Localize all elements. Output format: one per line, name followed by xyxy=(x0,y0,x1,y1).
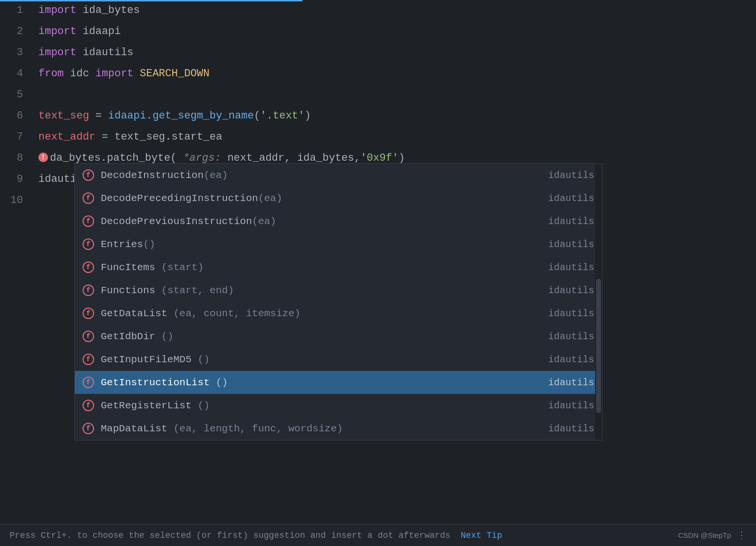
line-content-1: import ida_bytes xyxy=(33,0,756,21)
func-icon-7: f xyxy=(83,331,94,342)
item-module-6: idautils xyxy=(548,308,594,319)
func-icon-0: f xyxy=(83,169,94,181)
line-num-7: 7 xyxy=(0,127,33,148)
line-num-1: 1 xyxy=(0,0,33,21)
autocomplete-item-11[interactable]: f MapDataList (ea, length, func, wordsiz… xyxy=(75,417,602,440)
item-name-9: GetInstructionList () xyxy=(101,377,539,388)
item-module-4: idautils xyxy=(548,262,594,273)
status-hint-text: Press Ctrl+. to choose the selected (or … xyxy=(10,531,502,540)
line-num-2: 2 xyxy=(0,21,33,42)
item-name-4: FuncItems (start) xyxy=(101,262,539,273)
line-num-5: 5 xyxy=(0,84,33,106)
line-num-6: 6 xyxy=(0,106,33,127)
func-icon-5: f xyxy=(83,285,94,296)
line-num-3: 3 xyxy=(0,42,33,63)
line-content-7: next_addr = text_seg.start_ea xyxy=(33,127,756,148)
autocomplete-item-4[interactable]: f FuncItems (start) idautils xyxy=(75,256,602,279)
line-num-8: 8 xyxy=(0,148,33,169)
item-module-5: idautils xyxy=(548,285,594,296)
code-line-5: 5 xyxy=(0,84,756,106)
code-line-7: 7 next_addr = text_seg.start_ea xyxy=(0,127,756,148)
func-icon-8: f xyxy=(83,354,94,365)
item-name-10: GetRegisterList () xyxy=(101,400,539,411)
func-icon-2: f xyxy=(83,215,94,227)
func-icon-4: f xyxy=(83,261,94,273)
func-icon-1: f xyxy=(83,192,94,204)
item-name-3: Entries() xyxy=(101,239,539,250)
error-icon-line8: ! xyxy=(38,153,48,162)
autocomplete-item-5[interactable]: f Functions (start, end) idautils xyxy=(75,279,602,302)
item-name-11: MapDataList (ea, length, func, wordsize) xyxy=(101,423,539,434)
item-module-9: idautils xyxy=(548,377,594,388)
code-area: 1 import ida_bytes 2 import idaapi 3 imp… xyxy=(0,0,756,524)
line-content-2: import idaapi xyxy=(33,21,756,42)
line-num-10: 10 xyxy=(0,190,33,211)
autocomplete-item-9[interactable]: f GetInstructionList () idautils xyxy=(75,371,602,394)
autocomplete-item-1[interactable]: f DecodePrecedingInstruction(ea) idautil… xyxy=(75,187,602,210)
item-module-1: idautils xyxy=(548,193,594,204)
autocomplete-dropdown: f DecodeInstruction(ea) idautils f Decod… xyxy=(74,163,602,440)
editor-container: 1 import ida_bytes 2 import idaapi 3 imp… xyxy=(0,0,756,546)
code-line-6: 6 text_seg = idaapi.get_segm_by_name('.t… xyxy=(0,106,756,127)
code-line-2: 2 import idaapi xyxy=(0,21,756,42)
func-icon-3: f xyxy=(83,238,94,250)
csdn-badge: CSDN @StepTp xyxy=(678,531,731,539)
status-right: CSDN @StepTp ⋮ xyxy=(678,529,746,541)
autocomplete-item-10[interactable]: f GetRegisterList () idautils xyxy=(75,394,602,417)
line-num-9: 9 xyxy=(0,169,33,190)
item-name-8: GetInputFileMD5 () xyxy=(101,354,539,365)
item-name-5: Functions (start, end) xyxy=(101,285,539,296)
func-icon-11: f xyxy=(83,423,94,434)
item-name-0: DecodeInstruction(ea) xyxy=(101,170,539,181)
item-name-2: DecodePreviousInstruction(ea) xyxy=(101,216,539,227)
autocomplete-item-2[interactable]: f DecodePreviousInstruction(ea) idautils xyxy=(75,210,602,233)
autocomplete-item-0[interactable]: f DecodeInstruction(ea) idautils xyxy=(75,164,602,187)
item-module-8: idautils xyxy=(548,354,594,365)
line-content-4: from idc import SEARCH_DOWN xyxy=(33,63,756,84)
line-content-6: text_seg = idaapi.get_segm_by_name('.tex… xyxy=(33,106,756,127)
item-module-0: idautils xyxy=(548,170,594,181)
autocomplete-item-8[interactable]: f GetInputFileMD5 () idautils xyxy=(75,348,602,371)
item-module-10: idautils xyxy=(548,400,594,411)
func-icon-10: f xyxy=(83,400,94,411)
next-tip-button[interactable]: Next Tip xyxy=(461,531,502,540)
status-bar: Press Ctrl+. to choose the selected (or … xyxy=(0,524,756,546)
scrollbar-track xyxy=(595,164,602,440)
func-icon-9: f xyxy=(83,377,94,388)
autocomplete-item-7[interactable]: f GetIdbDir () idautils xyxy=(75,325,602,348)
item-module-3: idautils xyxy=(548,239,594,250)
line-content-3: import idautils xyxy=(33,42,756,63)
item-module-2: idautils xyxy=(548,216,594,227)
item-name-6: GetDataList (ea, count, itemsize) xyxy=(101,308,539,319)
dots-menu-icon[interactable]: ⋮ xyxy=(737,529,746,541)
autocomplete-item-3[interactable]: f Entries() idautils xyxy=(75,233,602,256)
item-module-7: idautils xyxy=(548,331,594,342)
item-name-1: DecodePrecedingInstruction(ea) xyxy=(101,193,539,204)
item-module-11: idautils xyxy=(548,423,594,434)
func-icon-6: f xyxy=(83,308,94,319)
code-line-1: 1 import ida_bytes xyxy=(0,0,756,21)
item-name-7: GetIdbDir () xyxy=(101,331,539,342)
code-line-4: 4 from idc import SEARCH_DOWN xyxy=(0,63,756,84)
code-line-3: 3 import idautils xyxy=(0,42,756,63)
line-num-4: 4 xyxy=(0,63,33,84)
scrollbar-thumb[interactable] xyxy=(596,279,601,413)
autocomplete-item-6[interactable]: f GetDataList (ea, count, itemsize) idau… xyxy=(75,302,602,325)
